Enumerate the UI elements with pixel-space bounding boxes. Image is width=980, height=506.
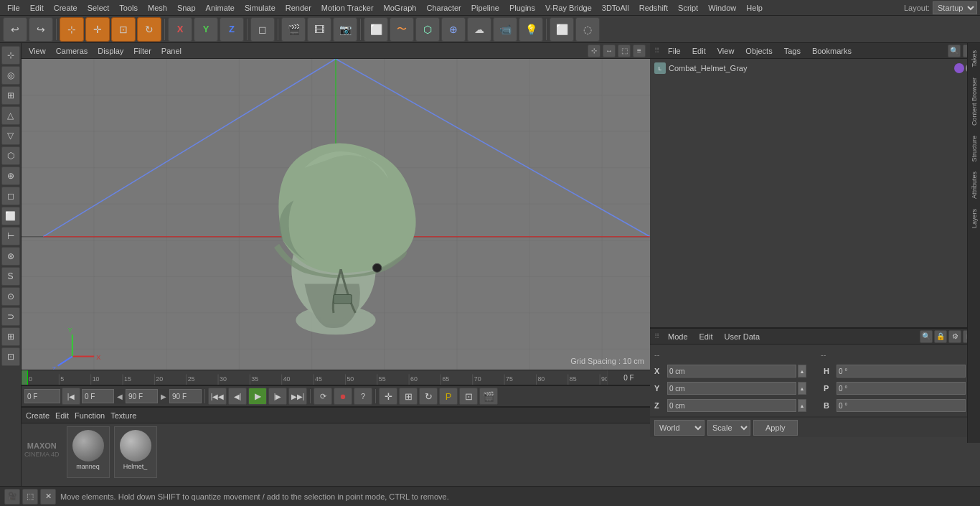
vp-ctrl-1[interactable]: ⊹	[588, 44, 600, 57]
size-h-field[interactable]	[837, 365, 966, 378]
tool-13[interactable]: ⊙	[1, 287, 20, 306]
menu-window[interactable]: Window	[704, 2, 740, 14]
vp-menu-cameras[interactable]: Cameras	[53, 45, 91, 57]
attr-search-button[interactable]: 🔍	[920, 330, 933, 343]
prev-keyframe-button[interactable]: |◀	[62, 388, 80, 405]
go-start-button[interactable]: |◀◀	[208, 388, 227, 405]
picture-viewer-button[interactable]: 📷	[333, 17, 357, 42]
menu-character[interactable]: Character	[422, 2, 465, 14]
rotate-tool-button[interactable]: ↻	[137, 17, 161, 42]
menu-snap[interactable]: Snap	[173, 2, 200, 14]
vp-ctrl-3[interactable]: ⬚	[618, 44, 631, 57]
anim-timeline-button[interactable]: 🎞	[307, 17, 331, 42]
z-axis-button[interactable]: Z	[220, 17, 244, 42]
timeline-options-4[interactable]: P	[439, 388, 458, 405]
menu-mesh[interactable]: Mesh	[143, 2, 171, 14]
camera-button[interactable]: 📹	[493, 17, 517, 42]
frame-render-field[interactable]	[169, 389, 202, 403]
timeline-options-6[interactable]: 🎬	[479, 388, 498, 405]
attr-menu-edit[interactable]: Edit	[697, 332, 716, 342]
loop-button[interactable]: ⟳	[314, 388, 332, 405]
tool-15[interactable]: ⊞	[1, 327, 20, 346]
redo-button[interactable]: ↪	[29, 17, 53, 42]
apply-button[interactable]: Apply	[753, 420, 798, 436]
menu-3dtoall[interactable]: 3DToAll	[598, 2, 633, 14]
obj-menu-edit[interactable]: Edit	[689, 46, 709, 56]
menu-mograph[interactable]: MoGraph	[380, 2, 421, 14]
timeline-options-1[interactable]: ✛	[379, 388, 397, 405]
tool-5[interactable]: ▽	[1, 126, 20, 145]
obj-menu-objects[interactable]: Objects	[743, 46, 775, 56]
coord-z-up[interactable]: ▲	[798, 399, 806, 412]
coord-x-field[interactable]	[667, 365, 796, 378]
move-tool-button[interactable]: ✛	[85, 17, 110, 42]
menu-motion-tracker[interactable]: Motion Tracker	[317, 2, 378, 14]
object-mode-button[interactable]: ◻	[250, 17, 275, 42]
spline-button[interactable]: 〜	[390, 17, 414, 42]
vp-ctrl-4[interactable]: ≡	[633, 44, 646, 57]
attr-menu-mode[interactable]: Mode	[665, 332, 691, 342]
vp-menu-view[interactable]: View	[26, 45, 49, 57]
light-button[interactable]: 💡	[519, 17, 543, 42]
timeline-track[interactable]: 0 5 10 15 20 25 30	[27, 370, 607, 385]
timeline-options-3[interactable]: ↻	[419, 388, 438, 405]
status-icon-3[interactable]: ✕	[40, 489, 56, 505]
menu-plugins[interactable]: Plugins	[505, 2, 540, 14]
tool-11[interactable]: ⊛	[1, 247, 20, 266]
play-forward-button[interactable]: ▶	[248, 388, 267, 405]
vtab-attributes[interactable]: Attributes	[969, 167, 979, 203]
render-view-button[interactable]: 🎬	[281, 17, 306, 42]
menu-vray[interactable]: V-Ray Bridge	[541, 2, 596, 14]
solo-button[interactable]: ?	[354, 388, 372, 405]
tool-2[interactable]: ◎	[1, 66, 20, 85]
vp-menu-display[interactable]: Display	[95, 45, 126, 57]
scale-select[interactable]: Scale	[707, 420, 750, 436]
vtab-takes[interactable]: Takes	[969, 46, 979, 72]
menu-tools[interactable]: Tools	[115, 2, 142, 14]
world-select[interactable]: World	[654, 420, 705, 436]
menu-animate[interactable]: Animate	[202, 2, 239, 14]
record-button[interactable]: ⏺	[334, 388, 352, 405]
obj-menu-tags[interactable]: Tags	[781, 46, 804, 56]
obj-search-button[interactable]: 🔍	[948, 44, 961, 57]
nurbs-button[interactable]: ⬡	[415, 17, 440, 42]
go-end-button[interactable]: ▶▶|	[288, 388, 307, 405]
layout-select[interactable]: Startup	[933, 1, 977, 14]
menu-create[interactable]: Create	[50, 2, 82, 14]
obj-menu-view[interactable]: View	[715, 46, 738, 56]
mat-menu-function[interactable]: Function	[75, 411, 105, 420]
material-mannequin[interactable]: manneq	[67, 426, 110, 478]
vtab-content-browser[interactable]: Content Browser	[969, 73, 979, 130]
vp-menu-filter[interactable]: Filter	[131, 45, 154, 57]
frame-start-field[interactable]	[24, 389, 60, 403]
tool-9[interactable]: ⬜	[1, 207, 20, 225]
menu-help[interactable]: Help	[742, 2, 767, 14]
floor-button[interactable]: ⬜	[550, 17, 574, 42]
status-icon-2[interactable]: ⬚	[22, 489, 38, 505]
tool-14[interactable]: ⊃	[1, 307, 20, 326]
coord-y-field[interactable]	[667, 382, 796, 395]
obj-menu-file[interactable]: File	[665, 46, 684, 56]
vtab-layers[interactable]: Layers	[969, 205, 979, 233]
tool-6[interactable]: ⬡	[1, 146, 20, 165]
attr-lock-button[interactable]: 🔒	[934, 330, 947, 343]
mat-menu-create[interactable]: Create	[26, 411, 50, 420]
obj-menu-bookmarks[interactable]: Bookmarks	[809, 46, 854, 56]
tool-8[interactable]: ◻	[1, 187, 20, 205]
env-button[interactable]: ☁	[467, 17, 491, 42]
tool-4[interactable]: △	[1, 106, 20, 125]
undo-button[interactable]: ↩	[3, 17, 27, 42]
vp-ctrl-2[interactable]: ↔	[603, 44, 616, 57]
sky-button[interactable]: ◌	[575, 17, 600, 42]
cube-button[interactable]: ⬜	[364, 17, 388, 42]
menu-simulate[interactable]: Simulate	[240, 2, 280, 14]
step-back-button[interactable]: ◀|	[228, 388, 247, 405]
menu-render[interactable]: Render	[281, 2, 316, 14]
mat-menu-edit[interactable]: Edit	[55, 411, 69, 420]
x-axis-button[interactable]: X	[168, 17, 192, 42]
coord-z-field[interactable]	[667, 399, 796, 412]
tool-3[interactable]: ⊞	[1, 86, 20, 105]
vp-menu-panel[interactable]: Panel	[159, 45, 184, 57]
tool-10[interactable]: ⊢	[1, 227, 20, 245]
menu-select[interactable]: Select	[83, 2, 114, 14]
